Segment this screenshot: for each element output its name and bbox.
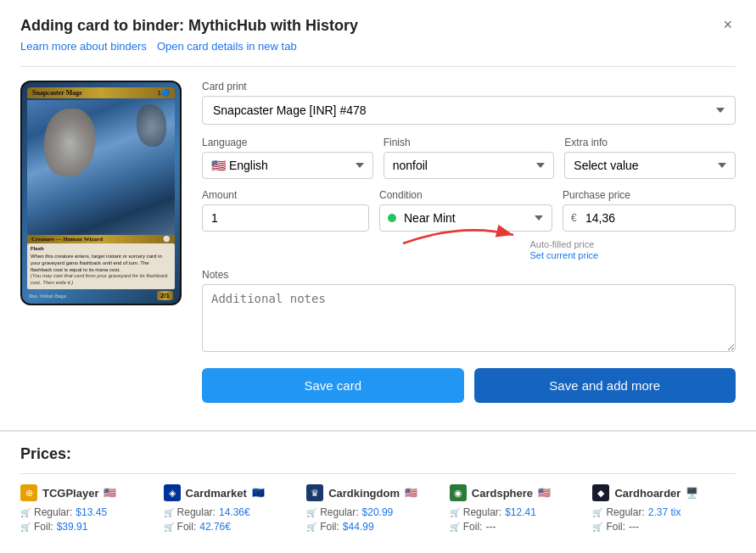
regular-price-row: 🛒 Regular: 14.36€ xyxy=(164,506,300,518)
card-ability-text: When this creature enters, target instan… xyxy=(31,254,171,273)
foil-price-icon: 🛒 xyxy=(592,522,602,532)
regular-price-label: Regular: xyxy=(177,506,216,518)
price-vendor-cardhoarder: ◆ Cardhoarder 🖥️ 🛒 Regular: 2.37 tix 🛒 F… xyxy=(592,484,736,535)
vendor-header: ◆ Cardhoarder 🖥️ xyxy=(592,484,729,501)
button-row: Save card Save and add more xyxy=(202,368,736,403)
regular-price-row: 🛒 Regular: $13.45 xyxy=(20,506,157,518)
card-details-link[interactable]: Open card details in new tab xyxy=(157,40,297,53)
prices-section: Prices: ⊕ TCGPlayer 🇺🇸 🛒 Regular: $13.45… xyxy=(0,431,756,549)
foil-price-label: Foil: xyxy=(463,521,483,533)
card-flavor-text: (You may cast that card from your gravey… xyxy=(31,273,171,287)
amount-input[interactable] xyxy=(202,204,369,232)
language-group: Language 🇺🇸 English xyxy=(202,137,373,179)
notes-row: Notes xyxy=(202,269,736,355)
foil-price-row: 🛒 Foil: $44.99 xyxy=(306,521,443,533)
price-vendor-tcgplayer: ⊕ TCGPlayer 🇺🇸 🛒 Regular: $13.45 🛒 Foil:… xyxy=(20,484,164,535)
regular-price-value: $12.41 xyxy=(505,506,536,518)
price-vendor-cardsphere: ◉ Cardsphere 🇺🇸 🛒 Regular: $12.41 🛒 Foil… xyxy=(450,484,593,535)
foil-price-label: Foil: xyxy=(606,521,625,533)
vendor-header: ♛ Cardkingdom 🇺🇸 xyxy=(306,484,443,501)
vendor-flag: 🇪🇺 xyxy=(252,487,265,499)
finish-select[interactable]: nonfoil xyxy=(384,152,555,179)
regular-price-value: $20.99 xyxy=(362,506,394,518)
foil-price-row: 🛒 Foil: 42.76€ xyxy=(164,521,300,533)
language-select[interactable]: 🇺🇸 English xyxy=(202,152,373,179)
extra-info-group: Extra info Select value xyxy=(564,137,736,179)
card-type: Creature — Human Wizard xyxy=(31,236,103,243)
vendor-flag: 🇺🇸 xyxy=(104,487,116,499)
regular-price-row: 🛒 Regular: $12.41 xyxy=(450,506,586,518)
regular-price-icon: 🛒 xyxy=(306,508,316,517)
card-art xyxy=(27,100,175,235)
prices-title: Prices: xyxy=(20,445,736,463)
regular-price-icon: 🛒 xyxy=(164,508,174,517)
vendor-icon: ♛ xyxy=(306,484,323,501)
header-divider xyxy=(20,66,736,67)
card-print-label: Card print xyxy=(202,81,736,92)
foil-price-row: 🛒 Foil: $39.91 xyxy=(20,521,157,533)
amount-label: Amount xyxy=(202,189,369,201)
regular-price-icon: 🛒 xyxy=(20,508,31,517)
foil-price-value: --- xyxy=(485,521,496,533)
vendor-name: Cardmarket xyxy=(186,487,247,500)
close-button[interactable]: × xyxy=(720,17,736,32)
price-vendor-cardmarket: ◈ Cardmarket 🇪🇺 🛒 Regular: 14.36€ 🛒 Foil… xyxy=(164,484,307,535)
card-ability-name: Flash xyxy=(31,246,171,253)
card-print-select[interactable]: Snapcaster Mage [INR] #478 xyxy=(202,96,736,125)
set-current-price-link[interactable]: Set current price xyxy=(530,250,736,260)
foil-price-label: Foil: xyxy=(177,521,197,533)
card-image: Snapcaster Mage 1🔵 Creature — Human Wiza… xyxy=(20,81,182,305)
vendor-header: ◈ Cardmarket 🇪🇺 xyxy=(164,484,300,501)
extra-info-select[interactable]: Select value xyxy=(564,152,736,179)
prices-divider xyxy=(20,473,736,474)
foil-price-value: $39.91 xyxy=(57,521,88,533)
amount-group: Amount xyxy=(202,189,369,232)
vendor-name: Cardkingdom xyxy=(328,487,400,500)
red-arrow xyxy=(395,218,522,252)
regular-price-icon: 🛒 xyxy=(592,508,602,517)
card-print-row: Card print Snapcaster Mage [INR] #478 xyxy=(202,81,736,125)
extra-info-label: Extra info xyxy=(564,137,736,148)
regular-price-row: 🛒 Regular: $20.99 xyxy=(306,506,443,518)
regular-price-label: Regular: xyxy=(606,506,644,518)
card-set-icon: ⚪ xyxy=(163,236,171,243)
purchase-price-label: Purchase price xyxy=(563,189,736,201)
lang-finish-extra-row: Language 🇺🇸 English Finish nonfoil Extra… xyxy=(202,137,736,179)
finish-group: Finish nonfoil xyxy=(384,137,555,179)
vendor-name: Cardsphere xyxy=(472,487,533,500)
price-vendor-cardkingdom: ♛ Cardkingdom 🇺🇸 🛒 Regular: $20.99 🛒 Foi… xyxy=(306,484,450,535)
regular-price-label: Regular: xyxy=(34,506,72,518)
foil-price-label: Foil: xyxy=(320,521,339,533)
vendor-icon: ◉ xyxy=(450,484,467,501)
finish-label: Finish xyxy=(384,137,555,148)
autofill-text: Auto-filled price xyxy=(530,239,595,249)
vendor-header: ⊕ TCGPlayer 🇺🇸 xyxy=(20,484,157,501)
foil-price-value: 42.76€ xyxy=(199,521,231,533)
vendor-icon: ◆ xyxy=(592,484,609,501)
vendor-icon: ◈ xyxy=(164,484,181,501)
card-name: Snapcaster Mage xyxy=(32,89,82,97)
vendor-name: TCGPlayer xyxy=(42,487,98,500)
foil-price-icon: 🛒 xyxy=(20,522,31,532)
notes-label: Notes xyxy=(202,269,736,281)
regular-price-label: Regular: xyxy=(320,506,358,518)
regular-price-value: $13.45 xyxy=(76,506,107,518)
prices-grid: ⊕ TCGPlayer 🇺🇸 🛒 Regular: $13.45 🛒 Foil:… xyxy=(20,484,736,535)
save-card-button[interactable]: Save card xyxy=(202,368,464,403)
vendor-name: Cardhoarder xyxy=(614,487,680,500)
vendor-icon: ⊕ xyxy=(20,484,37,501)
foil-price-icon: 🛒 xyxy=(164,522,174,532)
regular-price-icon: 🛒 xyxy=(450,508,460,517)
purchase-price-input[interactable] xyxy=(563,204,736,232)
save-and-add-more-button[interactable]: Save and add more xyxy=(474,368,736,403)
binders-link[interactable]: Learn more about binders xyxy=(20,40,147,53)
notes-textarea[interactable] xyxy=(202,284,736,352)
condition-label: Condition xyxy=(379,189,552,201)
regular-price-value: 14.36€ xyxy=(219,506,250,518)
vendor-flag: 🇺🇸 xyxy=(405,487,417,499)
regular-price-value: 2.37 tix xyxy=(648,506,681,518)
card-pt: 2/1 xyxy=(157,291,173,300)
foil-price-icon: 🛒 xyxy=(306,522,316,532)
vendor-flag: 🇺🇸 xyxy=(538,487,551,499)
foil-price-value: --- xyxy=(629,521,639,533)
